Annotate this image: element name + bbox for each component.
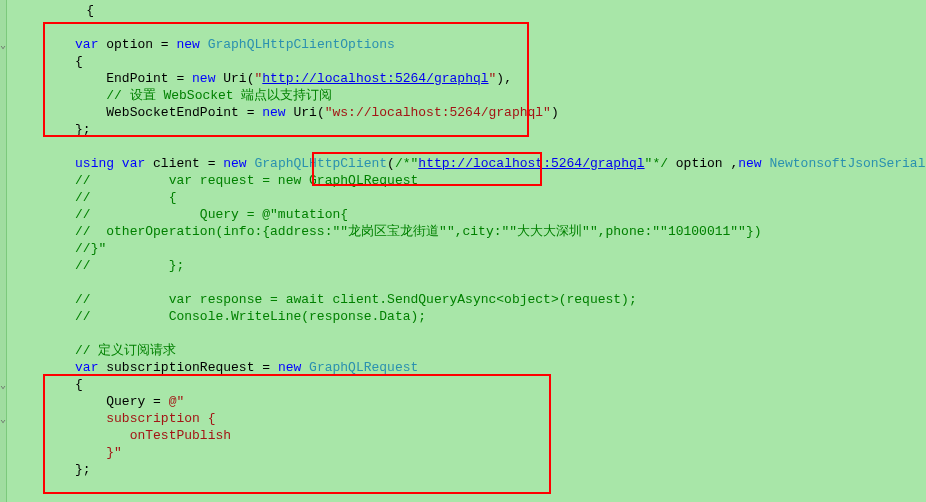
code-line: EndPoint = new Uri("http://localhost:526… xyxy=(7,70,926,87)
code-line: var subscriptionRequest = new GraphQLReq… xyxy=(7,359,926,376)
code-line: Query = @" xyxy=(7,393,926,410)
code-line: { xyxy=(7,376,926,393)
code-line: // otherOperation(info:{address:""龙岗区宝龙街… xyxy=(7,223,926,240)
code-line: { xyxy=(7,53,926,70)
code-line: //}" xyxy=(7,240,926,257)
code-line xyxy=(7,274,926,291)
code-line: // 定义订阅请求 xyxy=(7,342,926,359)
editor-gutter: ⌄ ⌄ ⌄ xyxy=(0,0,7,502)
code-line xyxy=(7,478,926,495)
code-line xyxy=(7,138,926,155)
fold-chevron-icon[interactable]: ⌄ xyxy=(0,39,6,51)
code-line: // var request = new GraphQLRequest xyxy=(7,172,926,189)
fold-chevron-icon[interactable]: ⌄ xyxy=(0,413,6,425)
code-line: // { xyxy=(7,189,926,206)
url-link[interactable]: http://localhost:5264/graphql xyxy=(262,71,488,86)
code-line: WebSocketEndPoint = new Uri("ws://localh… xyxy=(7,104,926,121)
code-line xyxy=(7,325,926,342)
url-link[interactable]: http://localhost:5264/graphql xyxy=(418,156,644,171)
code-line: // var response = await client.SendQuery… xyxy=(7,291,926,308)
code-editor[interactable]: { var option = new GraphQLHttpClientOpti… xyxy=(7,0,926,502)
code-line: onTestPublish xyxy=(7,427,926,444)
code-line: // }; xyxy=(7,257,926,274)
code-line: }" xyxy=(7,444,926,461)
code-line: { xyxy=(7,2,926,19)
code-line: subscription { xyxy=(7,410,926,427)
code-line: // Console.WriteLine(response.Data); xyxy=(7,308,926,325)
code-line xyxy=(7,19,926,36)
code-line: using var client = new GraphQLHttpClient… xyxy=(7,155,926,172)
code-line: // Query = @"mutation{ xyxy=(7,206,926,223)
code-line: // 设置 WebSocket 端点以支持订阅 xyxy=(7,87,926,104)
code-line: }; xyxy=(7,121,926,138)
code-line: }; xyxy=(7,461,926,478)
fold-chevron-icon[interactable]: ⌄ xyxy=(0,379,6,391)
code-line: var option = new GraphQLHttpClientOption… xyxy=(7,36,926,53)
